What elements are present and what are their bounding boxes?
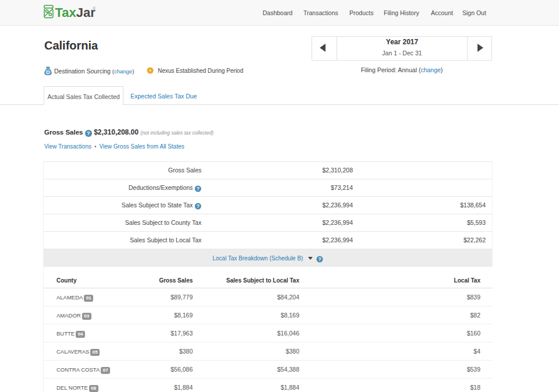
svg-text:D: D	[46, 69, 50, 75]
svg-text:TaxJar: TaxJar	[55, 5, 96, 20]
svg-text:®: ®	[93, 6, 96, 11]
